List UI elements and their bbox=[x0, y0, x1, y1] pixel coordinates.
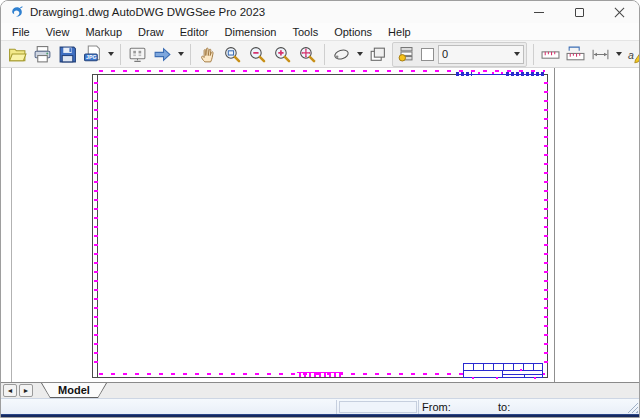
magenta-dot bbox=[520, 369, 522, 371]
maximize-button[interactable] bbox=[559, 1, 599, 23]
convert-button[interactable]: JPG bbox=[80, 43, 105, 66]
chevron-down-icon bbox=[514, 52, 520, 56]
status-separator bbox=[336, 400, 337, 414]
layer-select[interactable]: 0 bbox=[438, 45, 524, 64]
markup-pen-button[interactable]: a bbox=[624, 43, 640, 66]
zoom-in-icon bbox=[273, 45, 292, 64]
zoom-out-icon bbox=[248, 45, 267, 64]
forward-arrow-icon bbox=[153, 45, 172, 64]
paper-right-edge bbox=[554, 68, 555, 382]
magenta-dot bbox=[496, 377, 498, 379]
dimension-button[interactable] bbox=[588, 43, 613, 66]
magenta-dot bbox=[534, 377, 536, 379]
app-window: Drawging1.dwg AutoDWG DWGSee Pro 2023 Fi… bbox=[0, 0, 640, 418]
layer-color-swatch[interactable] bbox=[421, 48, 434, 61]
zoom-window-icon bbox=[223, 45, 242, 64]
save-button[interactable] bbox=[55, 43, 80, 66]
annotation-marks bbox=[456, 72, 472, 76]
magenta-dot bbox=[492, 72, 494, 74]
status-coords-panel bbox=[339, 401, 417, 413]
resize-grip[interactable] bbox=[627, 402, 638, 413]
zoom-out-button[interactable] bbox=[245, 43, 270, 66]
layers-button[interactable] bbox=[365, 43, 390, 66]
zoom-extents-icon bbox=[298, 45, 317, 64]
drawing-canvas[interactable] bbox=[1, 68, 639, 382]
markup-letter: a bbox=[628, 49, 634, 61]
orbit-icon bbox=[332, 45, 351, 64]
bottom-center-marks bbox=[297, 372, 343, 378]
toolbar-separator bbox=[120, 44, 121, 65]
layer-control-group: 0 bbox=[392, 42, 527, 67]
drawing-frame bbox=[92, 74, 548, 378]
window-title: Drawging1.dwg AutoDWG DWGSee Pro 2023 bbox=[30, 6, 265, 18]
layout-icon bbox=[128, 45, 147, 64]
zoom-window-button[interactable] bbox=[220, 43, 245, 66]
status-separator bbox=[418, 400, 419, 414]
menu-options[interactable]: Options bbox=[326, 24, 380, 40]
zoom-in-button[interactable] bbox=[270, 43, 295, 66]
convert-icon: JPG bbox=[83, 45, 102, 64]
tab-model[interactable]: Model bbox=[41, 383, 107, 398]
chevron-down-icon bbox=[357, 52, 363, 56]
markup-pen-icon: a bbox=[627, 45, 640, 64]
measure-area-icon bbox=[566, 45, 585, 64]
title-block-midline bbox=[464, 370, 542, 371]
title-bar: Drawging1.dwg AutoDWG DWGSee Pro 2023 bbox=[1, 1, 639, 23]
menu-file[interactable]: File bbox=[4, 24, 38, 40]
minimize-icon bbox=[534, 12, 544, 13]
layout-button[interactable] bbox=[125, 43, 150, 66]
menu-draw[interactable]: Draw bbox=[130, 24, 172, 40]
close-button[interactable] bbox=[599, 1, 639, 23]
tab-model-label: Model bbox=[58, 384, 90, 396]
chevron-down-icon bbox=[616, 52, 622, 56]
tab-model-face: Model bbox=[42, 383, 106, 397]
layers-icon bbox=[368, 45, 387, 64]
menu-dimension[interactable]: Dimension bbox=[217, 24, 285, 40]
convert-badge: JPG bbox=[86, 54, 97, 60]
menu-editor[interactable]: Editor bbox=[172, 24, 217, 40]
forward-button[interactable] bbox=[150, 43, 175, 66]
close-icon bbox=[614, 7, 625, 18]
zoom-extents-button[interactable] bbox=[295, 43, 320, 66]
layer-select-value: 0 bbox=[442, 48, 514, 60]
measure-area-button[interactable] bbox=[563, 43, 588, 66]
chevron-down-icon bbox=[108, 52, 114, 56]
magenta-dot bbox=[501, 72, 503, 74]
tab-scroll-left-button[interactable]: ◄ bbox=[3, 384, 17, 397]
menu-view[interactable]: View bbox=[38, 24, 78, 40]
menu-help[interactable]: Help bbox=[380, 24, 419, 40]
chevron-down-icon bbox=[178, 52, 184, 56]
canvas-left-edge bbox=[11, 68, 12, 382]
pan-hand-icon bbox=[198, 45, 217, 64]
status-bar: From: to: bbox=[1, 398, 639, 414]
main-toolbar: JPG bbox=[1, 41, 639, 68]
orbit-button[interactable] bbox=[329, 43, 354, 66]
toolbar-separator bbox=[533, 44, 534, 65]
menu-tools[interactable]: Tools bbox=[284, 24, 326, 40]
dimension-dropdown[interactable] bbox=[613, 43, 624, 66]
dimension-icon bbox=[591, 45, 610, 64]
layer-manager-icon bbox=[397, 45, 415, 63]
plot-boundary-left bbox=[94, 82, 98, 368]
toolbar-separator bbox=[324, 44, 325, 65]
measure-distance-button[interactable] bbox=[538, 43, 563, 66]
layout-tab-bar: ◄ ► Model bbox=[1, 382, 639, 398]
print-button[interactable] bbox=[30, 43, 55, 66]
forward-dropdown[interactable] bbox=[175, 43, 186, 66]
menu-markup[interactable]: Markup bbox=[77, 24, 130, 40]
layer-manager-button[interactable] bbox=[395, 43, 417, 66]
open-icon bbox=[8, 45, 27, 64]
open-button[interactable] bbox=[5, 43, 30, 66]
measure-distance-icon bbox=[541, 45, 560, 64]
status-to-label: to: bbox=[498, 401, 510, 413]
comb-teeth bbox=[299, 373, 341, 377]
maximize-icon bbox=[575, 8, 584, 17]
convert-dropdown[interactable] bbox=[105, 43, 116, 66]
tab-scroll-right-button[interactable]: ► bbox=[19, 384, 33, 397]
pan-button[interactable] bbox=[195, 43, 220, 66]
save-icon bbox=[58, 45, 77, 64]
minimize-button[interactable] bbox=[519, 1, 559, 23]
annotation-marks bbox=[506, 72, 544, 76]
print-icon bbox=[33, 45, 52, 64]
orbit-dropdown[interactable] bbox=[354, 43, 365, 66]
